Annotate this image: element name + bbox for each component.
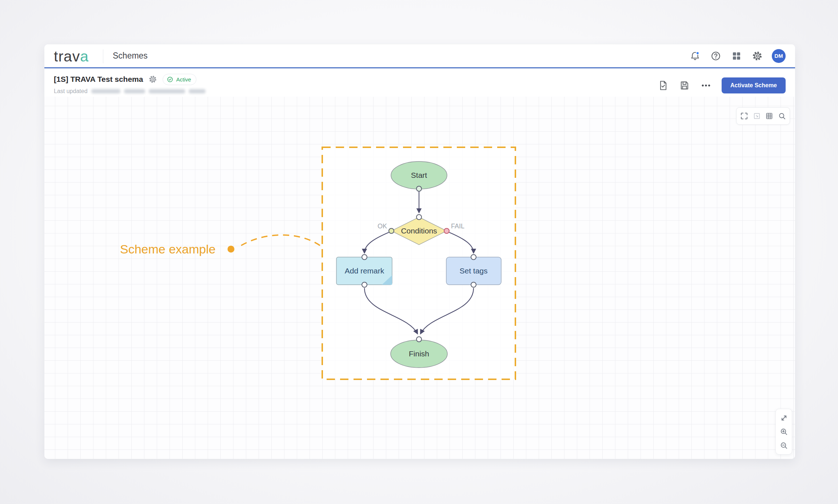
zoom-in-icon xyxy=(779,427,789,436)
node-start[interactable]: Start xyxy=(391,161,447,189)
node-set-tags[interactable]: Set tags xyxy=(446,257,501,285)
save-icon xyxy=(679,80,690,91)
annotation-dashed-curve xyxy=(241,235,322,247)
activate-scheme-button[interactable]: Activate Scheme xyxy=(722,77,786,93)
port-conditions-ok[interactable] xyxy=(389,228,394,233)
annotation-text: Scheme example xyxy=(120,242,216,256)
gear-icon xyxy=(752,51,763,61)
port-conditions-fail[interactable] xyxy=(444,228,449,233)
port-start-bottom[interactable] xyxy=(416,186,422,191)
settings-button[interactable] xyxy=(751,50,763,62)
logo-accent-letter: a xyxy=(80,48,89,65)
gear-icon xyxy=(148,75,157,84)
node-finish[interactable]: Finish xyxy=(391,340,447,368)
canvas-toolbar xyxy=(736,107,790,125)
port-add-remark-top[interactable] xyxy=(362,255,367,260)
node-start-label: Start xyxy=(411,171,427,179)
redacted-timestamp xyxy=(91,89,120,93)
expand-button[interactable] xyxy=(779,413,789,423)
document-check-icon xyxy=(658,80,669,91)
node-finish-label: Finish xyxy=(409,349,429,358)
help-button[interactable] xyxy=(710,50,722,62)
fit-view-icon xyxy=(753,112,761,120)
fullscreen-button[interactable] xyxy=(739,111,749,121)
search-button[interactable] xyxy=(777,111,787,121)
search-icon xyxy=(778,112,786,120)
redacted-username xyxy=(149,89,185,93)
scheme-title: [1S] TRAVA Test schema xyxy=(54,75,143,84)
annotation-scheme-example: Scheme example xyxy=(120,235,322,256)
apps-button[interactable] xyxy=(730,50,743,62)
port-set-tags-top[interactable] xyxy=(471,255,476,260)
last-updated-row: Last updated xyxy=(54,88,205,95)
zoom-out-button[interactable] xyxy=(779,440,789,451)
divider xyxy=(103,49,103,63)
zoom-out-icon xyxy=(779,441,789,450)
help-icon xyxy=(710,51,721,61)
ellipsis-icon xyxy=(701,80,711,91)
expand-icon xyxy=(779,413,789,423)
topbar-actions: DM xyxy=(689,44,786,67)
grid-icon xyxy=(765,112,774,120)
port-add-remark-bottom[interactable] xyxy=(362,282,367,287)
scheme-header: [1S] TRAVA Test schema Active xyxy=(44,68,795,97)
toggle-grid-button[interactable] xyxy=(765,111,774,121)
annotation-dot xyxy=(228,246,235,253)
port-conditions-top[interactable] xyxy=(416,215,422,220)
validate-scheme-button[interactable] xyxy=(657,80,669,91)
port-finish-top[interactable] xyxy=(416,337,422,342)
check-circle-icon xyxy=(167,76,173,83)
scheme-info: [1S] TRAVA Test schema Active xyxy=(54,73,205,95)
scheme-canvas[interactable]: Start Conditions OK FAIL Add remark Set … xyxy=(44,97,795,459)
redacted-text xyxy=(189,89,205,93)
notification-dot xyxy=(696,52,699,55)
more-options-button[interactable] xyxy=(700,80,712,91)
user-avatar[interactable]: DM xyxy=(772,49,786,63)
page-title: Schemes xyxy=(113,51,148,61)
zoom-in-button[interactable] xyxy=(779,427,789,437)
status-badge-label: Active xyxy=(176,76,191,83)
flowchart: Start Conditions OK FAIL Add remark Set … xyxy=(44,97,795,459)
port-set-tags-bottom[interactable] xyxy=(471,282,476,287)
trava-logo[interactable]: trava xyxy=(54,48,89,65)
fullscreen-icon xyxy=(740,112,749,120)
zoom-panel xyxy=(775,409,792,455)
node-conditions-label: Conditions xyxy=(401,227,437,235)
logo-text: trav xyxy=(54,48,80,65)
scheme-actions: Activate Scheme xyxy=(657,77,786,93)
node-add-remark[interactable]: Add remark xyxy=(336,257,392,285)
fit-view-button[interactable] xyxy=(752,111,762,121)
top-bar: trava Schemes xyxy=(44,44,795,68)
node-add-remark-label: Add remark xyxy=(345,267,384,275)
edge-label-ok: OK xyxy=(378,223,387,230)
status-badge: Active xyxy=(163,74,196,85)
save-scheme-button[interactable] xyxy=(679,80,690,91)
last-updated-label: Last updated xyxy=(54,88,88,95)
app-window: trava Schemes xyxy=(44,44,795,459)
node-set-tags-label: Set tags xyxy=(459,267,487,275)
scheme-settings-button[interactable] xyxy=(148,75,157,84)
apps-grid-icon xyxy=(731,51,742,61)
bell-icon xyxy=(690,51,701,61)
redacted-text xyxy=(124,89,145,93)
edge-label-fail: FAIL xyxy=(451,223,464,230)
notifications-button[interactable] xyxy=(689,50,701,62)
